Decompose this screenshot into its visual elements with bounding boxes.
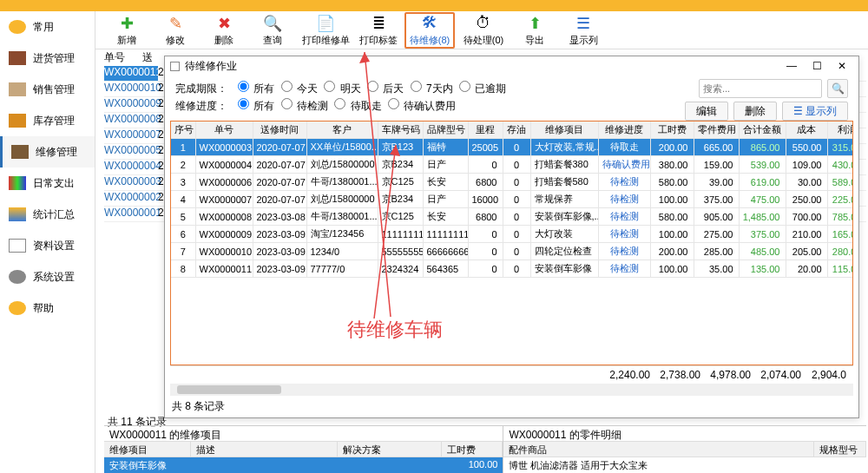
table-row[interactable]: 4WX00000072020-07-07刘总/15800000 京B234日产1… (171, 191, 853, 208)
sidebar-item-data[interactable]: 资料设置 (0, 230, 95, 261)
sidebar-item-help[interactable]: 帮助 (0, 292, 95, 324)
edit-button[interactable]: ✎修改 (153, 12, 198, 49)
add-button[interactable]: ✚新增 (104, 12, 149, 49)
pending-repair-table[interactable]: 序号单号送修时间客户车牌号码品牌型号里程存油维修项目维修进度工时费零件费用合计金… (171, 122, 853, 278)
print-sheet-button[interactable]: 📄打印维修单 (299, 12, 352, 49)
table-row[interactable]: 1WX00000032020-07-07XX单位/15800... 京B123福… (171, 139, 853, 156)
sidebar-item-stats[interactable]: 统计汇总 (0, 199, 95, 230)
col-6[interactable]: 里程 (468, 122, 503, 139)
repair-item-row[interactable]: 安装倒车影像 100.00 (104, 457, 503, 473)
radio-opts2-2[interactable]: 待取走 (331, 100, 381, 112)
col-3[interactable]: 客户 (306, 122, 378, 139)
col-5[interactable]: 品牌型号 (423, 122, 468, 139)
horizontal-scrollbar[interactable] (170, 384, 853, 396)
sidebar-item-sales[interactable]: 销售管理 (0, 74, 95, 105)
totals-row: 2,240.00 2,738.00 4,978.00 2,074.00 2,90… (170, 365, 853, 383)
table-row[interactable]: 8WX00000112023-03-0977777/0 232432456436… (171, 260, 853, 278)
bg-header-row: 单号送 (104, 49, 153, 65)
close-icon[interactable]: ✕ (834, 60, 850, 72)
col-1[interactable]: 单号 (195, 122, 253, 139)
sidebar-item-system[interactable]: 系统设置 (0, 261, 95, 292)
export-button[interactable]: ⬆导出 (512, 12, 557, 49)
show-cols-modal-button[interactable]: ☰显示列 (782, 102, 848, 121)
col-10[interactable]: 工时费 (650, 122, 694, 139)
search-icon[interactable]: 🔍 (827, 79, 848, 98)
pending-repair-button[interactable]: 🛠待维修(8) (404, 12, 455, 49)
modal-record-count: 共 8 条记录 (165, 396, 858, 417)
radio-opts1-0[interactable]: 所有 (234, 82, 274, 95)
col-13[interactable]: 成本 (786, 122, 827, 139)
sidebar-item-common[interactable]: 常用 (0, 11, 95, 43)
print-label-button[interactable]: ≣打印标签 (356, 12, 401, 49)
repair-items-title: WX0000011 的维修项目 (104, 426, 503, 442)
table-row[interactable]: 7WX00000102023-03-091234/0 5555555556666… (171, 243, 853, 260)
radio-opts1-1[interactable]: 今天 (278, 82, 318, 95)
col-12[interactable]: 合计金额 (739, 122, 786, 139)
dialog-title: 待维修作业 (185, 59, 237, 74)
delete-record-button[interactable]: 删除 (733, 102, 777, 121)
col-2[interactable]: 送修时间 (253, 122, 306, 139)
maximize-icon[interactable]: ☐ (809, 60, 825, 72)
radio-opts2-0[interactable]: 所有 (234, 100, 274, 112)
detail-panel: WX0000011 的维修项目 维修项目描述解决方案工时费 安装倒车影像 100… (104, 425, 866, 473)
query-button[interactable]: 🔍查询 (250, 12, 295, 49)
pending-repair-dialog: 待维修作业 — ☐ ✕ 完成期限： 所有 今天 明天 后天 7天内 已逾期 维修… (164, 56, 859, 418)
col-7[interactable]: 存油 (503, 122, 530, 139)
minimize-icon[interactable]: — (783, 60, 800, 72)
edit-record-button[interactable]: 编辑 (685, 102, 728, 121)
sidebar-item-expense[interactable]: 日常支出 (0, 168, 95, 199)
radio-opts1-2[interactable]: 明天 (320, 82, 360, 95)
col-0[interactable]: 序号 (171, 122, 195, 139)
radio-opts2-3[interactable]: 待确认费用 (385, 100, 456, 112)
sidebar-item-purchase[interactable]: 进货管理 (0, 43, 95, 74)
dialog-titlebar: 待维修作业 — ☐ ✕ (165, 56, 858, 76)
radio-opts2-1[interactable]: 待检测 (278, 100, 328, 112)
search-input[interactable] (699, 79, 822, 98)
delete-button[interactable]: ✖删除 (201, 12, 247, 49)
table-row[interactable]: 5WX00000082023-03-08牛哥/1380001... 京C125长… (171, 208, 853, 226)
part-row[interactable]: 博世 机油滤清器 适用于大众宝来 (503, 457, 866, 473)
dialog-icon (170, 62, 180, 71)
col-14[interactable]: 利润 (827, 122, 853, 139)
sidebar-item-repair[interactable]: 维修管理 (0, 136, 95, 168)
parts-detail-title: WX0000011 的零件明细 (503, 426, 866, 442)
table-row[interactable]: 3WX00000062020-07-07牛哥/1380001... 京C125长… (171, 174, 853, 191)
sidebar: 常用 进货管理 销售管理 库存管理 维修管理 日常支出 统计汇总 资料设置 系统… (0, 11, 95, 473)
table-row[interactable]: 2WX00000042020-07-07刘总/15800000 京B234日产0… (171, 156, 853, 174)
radio-opts1-4[interactable]: 7天内 (407, 82, 453, 95)
col-4[interactable]: 车牌号码 (378, 122, 423, 139)
col-8[interactable]: 维修项目 (530, 122, 598, 139)
show-cols-button[interactable]: ☰显示列 (561, 12, 606, 49)
radio-opts1-3[interactable]: 后天 (364, 82, 404, 95)
col-11[interactable]: 零件费用 (694, 122, 739, 139)
radio-opts1-5[interactable]: 已逾期 (456, 82, 506, 95)
col-9[interactable]: 维修进度 (598, 122, 650, 139)
pending-process-button[interactable]: ⏱待处理(0) (458, 12, 509, 49)
sidebar-item-stock[interactable]: 库存管理 (0, 105, 95, 136)
main-toolbar: ✚新增 ✎修改 ✖删除 🔍查询 📄打印维修单 ≣打印标签 🛠待维修(8) ⏱待处… (0, 11, 868, 49)
table-row[interactable]: 6WX00000092023-03-09淘宝/123456 1111111111… (171, 226, 853, 243)
